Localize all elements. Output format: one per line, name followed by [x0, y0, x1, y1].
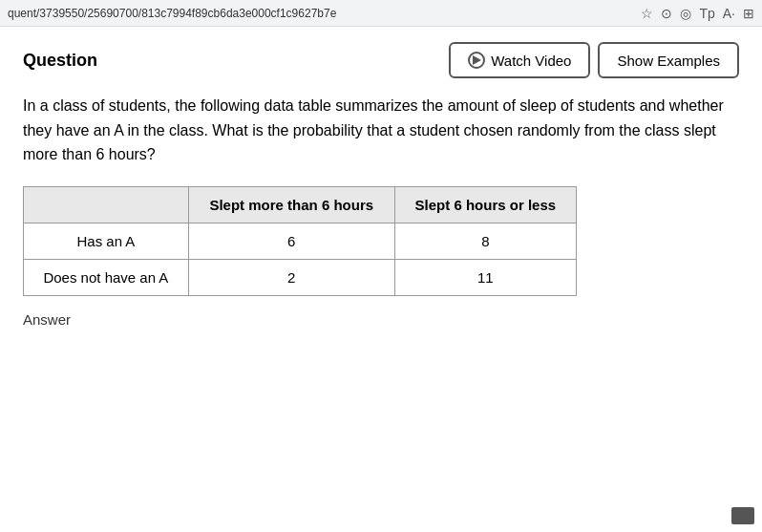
address-bar: quent/3739550/25690700/813c7994f89cb6da3… — [0, 0, 762, 27]
profile-icon[interactable]: A· — [723, 6, 735, 21]
header-buttons: Watch Video Show Examples — [449, 42, 739, 78]
answer-section: Answer — [23, 311, 739, 328]
table-row: Has an A68 — [24, 223, 577, 259]
url-text: quent/3739550/25690700/813c7994f89cb6da3… — [8, 7, 641, 20]
page-content: Question Watch Video Show Examples In a … — [0, 27, 762, 343]
chrome-icon[interactable]: ⊙ — [661, 6, 672, 21]
col2-header: Slept more than 6 hours — [188, 186, 394, 223]
header-row: Question Watch Video Show Examples — [23, 42, 739, 78]
question-label: Question — [23, 51, 97, 71]
row-label: Has an A — [24, 223, 189, 259]
row-col3: 8 — [394, 223, 576, 259]
watch-video-button[interactable]: Watch Video — [449, 42, 590, 78]
row-col2: 2 — [188, 259, 394, 295]
col3-header: Slept 6 hours or less — [394, 186, 576, 223]
star-icon[interactable]: ☆ — [641, 6, 653, 21]
table-row: Does not have an A211 — [24, 259, 577, 295]
watch-video-label: Watch Video — [491, 53, 571, 69]
question-text: In a class of students, the following da… — [23, 94, 739, 167]
col1-header — [24, 186, 189, 223]
answer-label: Answer — [23, 311, 71, 328]
translate-icon[interactable]: Tp — [699, 6, 714, 21]
show-examples-button[interactable]: Show Examples — [598, 42, 739, 78]
extension-icon[interactable]: ⊞ — [743, 6, 754, 21]
browser-icons: ☆ ⊙ ◎ Tp A· ⊞ — [641, 6, 754, 21]
play-icon — [468, 52, 485, 69]
record-icon[interactable]: ◎ — [680, 6, 691, 21]
bottom-bar — [724, 503, 762, 532]
data-table: Slept more than 6 hours Slept 6 hours or… — [23, 186, 577, 296]
row-col2: 6 — [188, 223, 394, 259]
row-label: Does not have an A — [24, 259, 189, 295]
bottom-icon — [731, 507, 754, 524]
row-col3: 11 — [394, 259, 576, 295]
